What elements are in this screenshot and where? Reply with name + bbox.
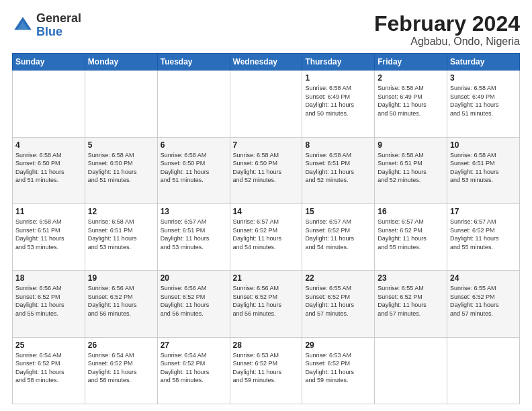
logo-text: General Blue: [36, 12, 81, 39]
location: Agbabu, Ondo, Nigeria: [374, 36, 520, 48]
day-info: Sunrise: 6:58 AM Sunset: 6:50 PM Dayligh…: [233, 151, 300, 185]
day-number: 16: [378, 207, 444, 216]
day-info: Sunrise: 6:58 AM Sunset: 6:50 PM Dayligh…: [15, 151, 82, 185]
day-info: Sunrise: 6:58 AM Sunset: 6:49 PM Dayligh…: [305, 84, 371, 118]
calendar-cell: 14Sunrise: 6:57 AM Sunset: 6:52 PM Dayli…: [230, 203, 302, 270]
day-info: Sunrise: 6:57 AM Sunset: 6:52 PM Dayligh…: [450, 218, 517, 251]
day-number: 17: [450, 207, 517, 216]
day-info: Sunrise: 6:56 AM Sunset: 6:52 PM Dayligh…: [15, 284, 82, 318]
day-number: 23: [378, 273, 444, 283]
calendar-cell: 6Sunrise: 6:58 AM Sunset: 6:50 PM Daylig…: [157, 137, 230, 203]
logo-general: General: [36, 11, 81, 25]
day-info: Sunrise: 6:58 AM Sunset: 6:51 PM Dayligh…: [88, 218, 154, 251]
day-number: 20: [161, 273, 227, 283]
calendar-cell: 5Sunrise: 6:58 AM Sunset: 6:50 PM Daylig…: [85, 137, 157, 203]
day-info: Sunrise: 6:58 AM Sunset: 6:51 PM Dayligh…: [305, 151, 371, 185]
day-info: Sunrise: 6:58 AM Sunset: 6:50 PM Dayligh…: [88, 151, 154, 185]
day-number: 9: [378, 140, 444, 150]
calendar-header-row: SundayMondayTuesdayWednesdayThursdayFrid…: [13, 54, 520, 71]
day-info: Sunrise: 6:58 AM Sunset: 6:49 PM Dayligh…: [450, 84, 517, 118]
calendar-cell: [13, 71, 85, 137]
calendar-cell: 12Sunrise: 6:58 AM Sunset: 6:51 PM Dayli…: [85, 203, 157, 270]
day-number: 24: [450, 273, 517, 283]
day-info: Sunrise: 6:53 AM Sunset: 6:52 PM Dayligh…: [233, 351, 300, 385]
calendar-cell: 7Sunrise: 6:58 AM Sunset: 6:50 PM Daylig…: [230, 137, 302, 203]
day-number: 11: [15, 207, 82, 216]
day-number: 12: [88, 207, 154, 216]
calendar-cell: [157, 71, 230, 137]
day-number: 26: [88, 340, 154, 350]
calendar-cell: 28Sunrise: 6:53 AM Sunset: 6:52 PM Dayli…: [230, 337, 302, 404]
logo: General Blue: [12, 12, 81, 39]
day-number: 7: [233, 140, 300, 150]
calendar-cell: 22Sunrise: 6:55 AM Sunset: 6:52 PM Dayli…: [302, 271, 375, 337]
calendar-cell: 25Sunrise: 6:54 AM Sunset: 6:52 PM Dayli…: [13, 337, 85, 404]
day-info: Sunrise: 6:57 AM Sunset: 6:52 PM Dayligh…: [305, 218, 371, 251]
month-title: February 2024: [374, 12, 520, 36]
calendar-cell: 18Sunrise: 6:56 AM Sunset: 6:52 PM Dayli…: [13, 271, 85, 337]
calendar-header-monday: Monday: [85, 54, 157, 71]
day-number: 22: [305, 273, 371, 283]
calendar-cell: 19Sunrise: 6:56 AM Sunset: 6:52 PM Dayli…: [85, 271, 157, 337]
day-info: Sunrise: 6:57 AM Sunset: 6:52 PM Dayligh…: [233, 218, 300, 251]
calendar-cell: 1Sunrise: 6:58 AM Sunset: 6:49 PM Daylig…: [302, 71, 375, 137]
calendar-header-wednesday: Wednesday: [230, 54, 302, 71]
logo-icon: [12, 15, 34, 36]
day-info: Sunrise: 6:53 AM Sunset: 6:52 PM Dayligh…: [305, 351, 371, 385]
logo-blue: Blue: [36, 25, 62, 38]
calendar-header-thursday: Thursday: [302, 54, 375, 71]
day-number: 14: [233, 207, 300, 216]
day-number: 29: [305, 340, 371, 350]
day-info: Sunrise: 6:54 AM Sunset: 6:52 PM Dayligh…: [161, 351, 227, 385]
calendar-cell: 17Sunrise: 6:57 AM Sunset: 6:52 PM Dayli…: [447, 203, 520, 270]
day-number: 18: [15, 273, 82, 283]
day-info: Sunrise: 6:55 AM Sunset: 6:52 PM Dayligh…: [378, 284, 444, 318]
calendar-cell: [375, 337, 447, 404]
calendar-week-2: 11Sunrise: 6:58 AM Sunset: 6:51 PM Dayli…: [13, 203, 520, 270]
day-number: 25: [15, 340, 82, 350]
calendar-cell: 8Sunrise: 6:58 AM Sunset: 6:51 PM Daylig…: [302, 137, 375, 203]
calendar-cell: 15Sunrise: 6:57 AM Sunset: 6:52 PM Dayli…: [302, 203, 375, 270]
calendar-cell: 29Sunrise: 6:53 AM Sunset: 6:52 PM Dayli…: [302, 337, 375, 404]
day-info: Sunrise: 6:57 AM Sunset: 6:52 PM Dayligh…: [378, 218, 444, 251]
calendar-cell: 16Sunrise: 6:57 AM Sunset: 6:52 PM Dayli…: [375, 203, 447, 270]
calendar-cell: 11Sunrise: 6:58 AM Sunset: 6:51 PM Dayli…: [13, 203, 85, 270]
calendar-cell: 23Sunrise: 6:55 AM Sunset: 6:52 PM Dayli…: [375, 271, 447, 337]
day-number: 5: [88, 140, 154, 150]
day-number: 21: [233, 273, 300, 283]
day-number: 28: [233, 340, 300, 350]
day-number: 3: [450, 73, 517, 83]
day-info: Sunrise: 6:56 AM Sunset: 6:52 PM Dayligh…: [161, 284, 227, 318]
calendar-cell: 3Sunrise: 6:58 AM Sunset: 6:49 PM Daylig…: [447, 71, 520, 137]
day-number: 4: [15, 140, 82, 150]
day-number: 27: [161, 340, 227, 350]
day-info: Sunrise: 6:58 AM Sunset: 6:51 PM Dayligh…: [378, 151, 444, 185]
day-info: Sunrise: 6:54 AM Sunset: 6:52 PM Dayligh…: [15, 351, 82, 385]
calendar-cell: 2Sunrise: 6:58 AM Sunset: 6:49 PM Daylig…: [375, 71, 447, 137]
day-number: 13: [161, 207, 227, 216]
calendar-cell: [85, 71, 157, 137]
day-info: Sunrise: 6:58 AM Sunset: 6:50 PM Dayligh…: [161, 151, 227, 185]
calendar-week-0: 1Sunrise: 6:58 AM Sunset: 6:49 PM Daylig…: [13, 71, 520, 137]
calendar-header-sunday: Sunday: [13, 54, 85, 71]
day-number: 8: [305, 140, 371, 150]
page: General Blue February 2024 Agbabu, Ondo,…: [0, 0, 532, 411]
day-info: Sunrise: 6:56 AM Sunset: 6:52 PM Dayligh…: [233, 284, 300, 318]
day-info: Sunrise: 6:56 AM Sunset: 6:52 PM Dayligh…: [88, 284, 154, 318]
calendar-header-saturday: Saturday: [447, 54, 520, 71]
calendar-cell: 13Sunrise: 6:57 AM Sunset: 6:51 PM Dayli…: [157, 203, 230, 270]
day-number: 1: [305, 73, 371, 83]
calendar-table: SundayMondayTuesdayWednesdayThursdayFrid…: [12, 53, 520, 404]
day-number: 19: [88, 273, 154, 283]
calendar-cell: [447, 337, 520, 404]
calendar-cell: [230, 71, 302, 137]
calendar-cell: 26Sunrise: 6:54 AM Sunset: 6:52 PM Dayli…: [85, 337, 157, 404]
day-number: 2: [378, 73, 444, 83]
day-info: Sunrise: 6:54 AM Sunset: 6:52 PM Dayligh…: [88, 351, 154, 385]
day-info: Sunrise: 6:58 AM Sunset: 6:49 PM Dayligh…: [378, 84, 444, 118]
day-number: 6: [161, 140, 227, 150]
calendar-cell: 20Sunrise: 6:56 AM Sunset: 6:52 PM Dayli…: [157, 271, 230, 337]
calendar-cell: 10Sunrise: 6:58 AM Sunset: 6:51 PM Dayli…: [447, 137, 520, 203]
day-number: 10: [450, 140, 517, 150]
calendar-week-4: 25Sunrise: 6:54 AM Sunset: 6:52 PM Dayli…: [13, 337, 520, 404]
